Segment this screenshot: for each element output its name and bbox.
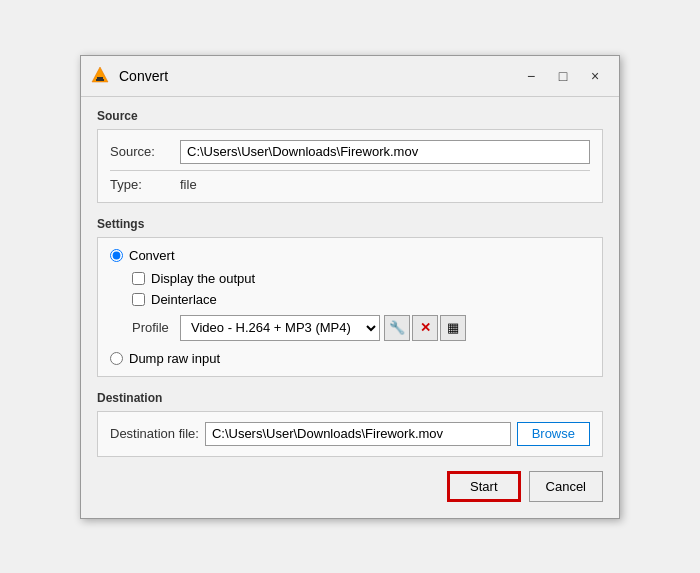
settings-section: Settings Convert Display the output Dein… [97, 217, 603, 377]
action-buttons: Start Cancel [97, 471, 603, 506]
source-row: Source: [110, 140, 590, 164]
type-row: Type: file [110, 177, 590, 192]
dump-radio[interactable] [110, 352, 123, 365]
profile-select[interactable]: Video - H.264 + MP3 (MP4) Video - H.265 … [180, 315, 380, 341]
browse-button[interactable]: Browse [517, 422, 590, 446]
type-value: file [180, 177, 197, 192]
convert-window: Convert − □ × Source Source: Type: file [80, 55, 620, 519]
maximize-button[interactable]: □ [549, 64, 577, 88]
settings-box: Convert Display the output Deinterlace P… [97, 237, 603, 377]
start-button[interactable]: Start [447, 471, 520, 502]
close-button[interactable]: × [581, 64, 609, 88]
delete-profile-button[interactable]: ✕ [412, 315, 438, 341]
destination-row: Destination file: Browse [110, 422, 590, 446]
source-section: Source Source: Type: file [97, 109, 603, 203]
profile-label: Profile [132, 320, 180, 335]
deinterlace-label[interactable]: Deinterlace [151, 292, 217, 307]
destination-input[interactable] [205, 422, 511, 446]
profile-buttons: 🔧 ✕ ▦ [384, 315, 466, 341]
destination-file-label: Destination file: [110, 426, 199, 441]
svg-rect-2 [96, 79, 104, 81]
window-title: Convert [119, 68, 517, 84]
source-box: Source: Type: file [97, 129, 603, 203]
svg-rect-1 [97, 77, 103, 79]
new-profile-button[interactable]: ▦ [440, 315, 466, 341]
convert-radio-row: Convert [110, 248, 590, 263]
source-input[interactable] [180, 140, 590, 164]
dump-radio-label[interactable]: Dump raw input [129, 351, 220, 366]
source-label: Source: [110, 144, 180, 159]
settings-section-label: Settings [97, 217, 603, 231]
title-bar: Convert − □ × [81, 56, 619, 97]
deinterlace-checkbox[interactable] [132, 293, 145, 306]
window-controls: − □ × [517, 64, 609, 88]
destination-section-label: Destination [97, 391, 603, 405]
vlc-icon [91, 66, 111, 86]
deinterlace-row: Deinterlace [132, 292, 590, 307]
type-label: Type: [110, 177, 180, 192]
cancel-button[interactable]: Cancel [529, 471, 603, 502]
minimize-button[interactable]: − [517, 64, 545, 88]
display-output-label[interactable]: Display the output [151, 271, 255, 286]
window-content: Source Source: Type: file Settings Conve… [81, 97, 619, 518]
convert-radio[interactable] [110, 249, 123, 262]
display-output-row: Display the output [132, 271, 590, 286]
convert-radio-label[interactable]: Convert [129, 248, 175, 263]
display-output-checkbox[interactable] [132, 272, 145, 285]
dump-raw-row: Dump raw input [110, 351, 590, 366]
destination-section: Destination Destination file: Browse [97, 391, 603, 457]
destination-box: Destination file: Browse [97, 411, 603, 457]
source-section-label: Source [97, 109, 603, 123]
edit-profile-button[interactable]: 🔧 [384, 315, 410, 341]
profile-row: Profile Video - H.264 + MP3 (MP4) Video … [132, 315, 590, 341]
